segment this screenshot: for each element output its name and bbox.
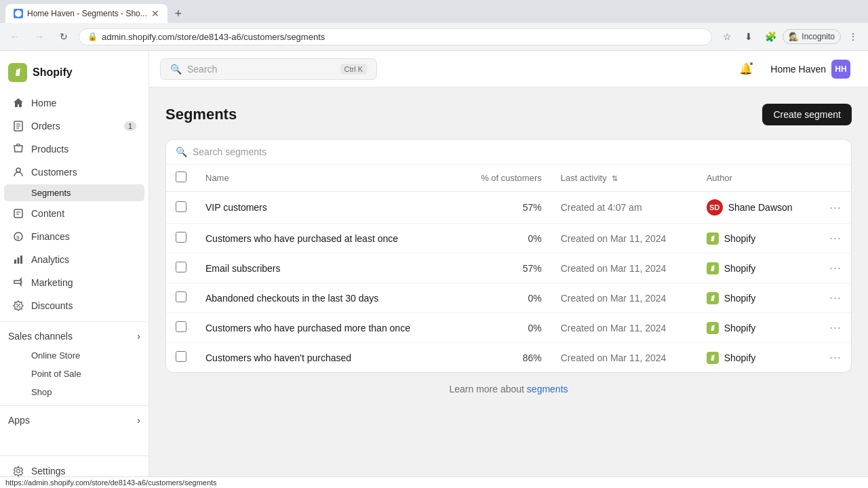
table-row: Customers who have purchased at least on… [166,224,851,253]
row-actions-menu[interactable]: ··· [829,201,842,214]
segment-name-link[interactable]: Customers who haven't purchased [205,352,351,363]
incognito-badge: 🕵 Incognito [783,29,841,44]
segment-name-link[interactable]: VIP customers [205,202,267,213]
sidebar-item-products[interactable]: Products [4,138,144,160]
sidebar-item-segments[interactable]: Segments [4,184,144,201]
row-checkbox[interactable] [176,321,186,332]
last-activity-cell: Created on Mar 11, 2024 [551,283,697,313]
reload-button[interactable]: ↻ [54,27,73,46]
create-segment-button[interactable]: Create segment [762,104,852,125]
forward-button[interactable]: → [30,27,49,46]
shopify-author-icon [707,232,719,245]
store-avatar: HH [831,60,850,79]
svg-rect-13 [20,256,22,264]
shopify-author-icon [707,352,719,364]
table-row: VIP customers57%Created at 4:07 amSDShan… [166,192,851,224]
name-column-label: Name [205,173,229,183]
active-tab[interactable]: Home Haven - Segments - Sho... ✕ [5,4,167,23]
sidebar-item-finances[interactable]: $ Finances [4,226,144,247]
apps-label: Apps [8,415,30,426]
sidebar-logo[interactable]: Shopify [0,56,149,92]
percent-cell: 0% [458,224,551,253]
store-switcher[interactable]: Home Haven HH [764,57,857,81]
row-actions-menu[interactable]: ··· [829,231,842,245]
actions-column-header [820,165,851,192]
sort-icon: ⇅ [612,174,618,183]
row-checkbox[interactable] [176,291,186,302]
menu-icon[interactable]: ⋮ [844,27,863,46]
download-icon[interactable]: ⬇ [739,27,758,46]
row-checkbox[interactable] [176,351,186,362]
author-name: Shopify [724,323,756,333]
address-bar[interactable]: 🔒 admin.shopify.com/store/de8143-a6/cust… [79,28,712,45]
sidebar-item-content[interactable]: Content [4,203,144,224]
percent-cell: 57% [458,192,551,224]
segment-name-link[interactable]: Email subscribers [205,263,280,274]
sidebar-item-shop[interactable]: Shop [4,384,144,401]
extensions-icon[interactable]: 🧩 [761,27,780,46]
bookmark-icon[interactable]: ☆ [717,27,736,46]
segment-name-link[interactable]: Customers who have purchased at least on… [205,233,398,244]
author-name: Shane Dawson [728,202,793,213]
percent-column-header: % of customers [458,165,551,192]
sidebar-item-point-of-sale-label: Point of Sale [31,369,81,379]
back-button[interactable]: ← [5,27,24,46]
author-avatar: SD [707,199,723,216]
row-checkbox[interactable] [176,262,186,272]
sales-channels-section[interactable]: Sales channels › [0,326,149,346]
notification-bell[interactable]: 🔔 [735,58,757,80]
select-all-header [166,165,196,192]
tab-favicon [14,9,23,18]
table-row: Customers who haven't purchased86%Create… [166,343,851,373]
apps-section[interactable]: Apps › [0,410,149,430]
orders-icon [12,120,24,132]
row-checkbox[interactable] [176,232,186,243]
page-title: Segments [165,106,237,123]
percent-cell: 0% [458,313,551,343]
author-name: Shopify [724,352,756,363]
sidebar-item-content-label: Content [31,208,64,219]
last-activity-cell: Created on Mar 11, 2024 [551,253,697,283]
segment-name-link[interactable]: Abandoned checkouts in the last 30 days [205,293,378,304]
header-search[interactable]: 🔍 Search Ctrl K [160,58,377,80]
sidebar-item-analytics[interactable]: Analytics [4,249,144,270]
incognito-label: Incognito [802,32,835,41]
customers-icon [12,166,24,178]
author-column-header: Author [697,165,820,192]
sidebar-item-marketing[interactable]: Marketing [4,272,144,293]
select-all-checkbox[interactable] [176,171,186,182]
row-actions-menu[interactable]: ··· [829,350,842,364]
sidebar-item-point-of-sale[interactable]: Point of Sale [4,365,144,382]
sidebar-item-home[interactable]: Home [4,92,144,114]
table-search-icon: 🔍 [176,146,187,157]
table-header-row: Name % of customers Last activity ⇅ [166,165,851,192]
name-column-header: Name [196,165,458,192]
sidebar-item-discounts[interactable]: Discounts [4,295,144,317]
row-actions-menu[interactable]: ··· [829,291,842,304]
segments-learn-link[interactable]: segments [527,384,568,394]
search-segments-input[interactable] [193,146,842,157]
svg-text:$: $ [16,235,20,241]
sidebar-item-customers[interactable]: Customers [4,161,144,183]
shopify-logo-icon [8,63,27,82]
app-header: 🔍 Search Ctrl K 🔔 Home Haven HH [149,51,868,87]
shopify-author-icon [707,292,719,304]
svg-point-16 [16,304,18,305]
shopify-author-icon [707,322,719,334]
shopify-logo-text: Shopify [33,66,73,79]
row-actions-menu[interactable]: ··· [829,321,842,334]
svg-rect-11 [14,260,16,264]
last-activity-column-header[interactable]: Last activity ⇅ [551,165,697,192]
sidebar-item-online-store[interactable]: Online Store [4,347,144,364]
table-row: Email subscribers57%Created on Mar 11, 2… [166,253,851,283]
tab-close-button[interactable]: ✕ [151,8,159,19]
row-actions-menu[interactable]: ··· [829,261,842,274]
segment-name-link[interactable]: Customers who have purchased more than o… [205,323,410,333]
svg-point-5 [16,168,20,172]
row-checkbox[interactable] [176,201,186,212]
last-activity-cell: Created at 4:07 am [551,192,697,224]
last-activity-column-label: Last activity [561,173,607,183]
sidebar-item-orders[interactable]: Orders 1 [4,115,144,137]
search-placeholder: Search [187,64,217,75]
new-tab-button[interactable]: + [169,4,188,23]
